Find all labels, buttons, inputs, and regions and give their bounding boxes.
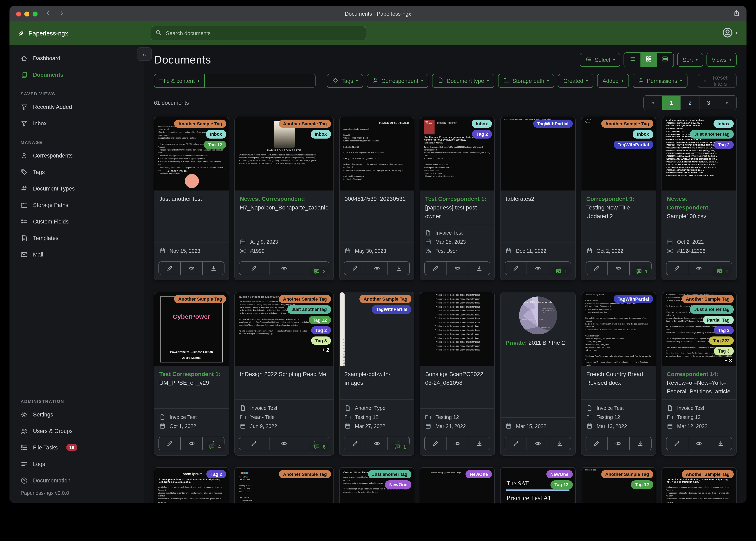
sidebar-item-mail[interactable]: Mail: [9, 246, 144, 263]
sidebar-item-storage-paths[interactable]: Storage Paths: [9, 197, 144, 213]
edit-button[interactable]: [666, 437, 688, 450]
document-title[interactable]: Test Correspondent 1: UM_PPBE_en_v29: [154, 366, 229, 408]
global-search[interactable]: [151, 26, 366, 40]
sidebar-item-recently-added[interactable]: Recently Added: [9, 99, 144, 115]
tag-pill-just-another-tag[interactable]: Just another tag: [287, 305, 331, 314]
tag-pill-tag-222[interactable]: Tag 222: [709, 336, 734, 345]
pagination-last[interactable]: »: [718, 96, 736, 110]
preview-button[interactable]: [269, 262, 299, 275]
tag-pill-just-another-tag[interactable]: Just another tag: [690, 305, 734, 314]
edit-button[interactable]: [505, 437, 527, 450]
filter-created-button[interactable]: Created▾: [558, 74, 593, 88]
document-title[interactable]: 2sample-pdf-with-images: [340, 366, 414, 399]
tag-pill-just-another-tag[interactable]: Just another tag: [690, 130, 734, 139]
document-title[interactable]: InDesign 2022 Scripting Read Me: [235, 366, 333, 399]
edit-button[interactable]: [344, 262, 366, 275]
comment-count-badge[interactable]: 1: [712, 267, 733, 277]
document-thumbnail[interactable]: Patient BP Distribution 2011Normal, 150,…: [519, 296, 557, 334]
document-title[interactable]: Newest Correspondent: Sample100.csv: [662, 191, 736, 233]
download-button[interactable]: [203, 262, 224, 275]
document-title[interactable]: 0004814539_20230531: [340, 191, 414, 242]
sidebar-item-templates[interactable]: Templates: [9, 230, 144, 246]
tag-pill-tagwithpartial[interactable]: TagWithPartial: [533, 120, 573, 128]
tag-pill-tag-2[interactable]: Tag 2: [714, 326, 734, 334]
edit-button[interactable]: [239, 262, 269, 275]
tag-pill-tag-2[interactable]: Tag 2: [714, 140, 734, 149]
tag-pill-tag-2[interactable]: Tag 2: [311, 326, 331, 334]
tag-pill-tag-3[interactable]: Tag 3: [311, 336, 331, 345]
tag-pill-tag-2[interactable]: Tag 2: [207, 470, 226, 478]
tag-pill-another-sample-tag[interactable]: Another Sample Tag: [682, 295, 734, 303]
filter-storage-path-button[interactable]: Storage path▾: [498, 74, 554, 88]
views-button[interactable]: Views▾: [706, 53, 737, 67]
document-thumbnail[interactable]: This is a test for the double space char…: [420, 292, 494, 366]
tag-pill-another-sample-tag[interactable]: Another Sample Tag: [279, 470, 331, 478]
download-button[interactable]: [630, 437, 651, 450]
preview-button[interactable]: [527, 437, 549, 450]
document-title[interactable]: Just another test: [154, 191, 229, 242]
sidebar-item-correspondents[interactable]: Correspondents: [9, 147, 144, 164]
pagination-page-3[interactable]: 3: [699, 96, 718, 110]
filter-tags-button[interactable]: Tags▾: [327, 74, 363, 88]
tag-pill-inbox[interactable]: Inbox: [713, 120, 734, 128]
comment-count-badge[interactable]: 2: [309, 267, 330, 277]
edit-button[interactable]: [505, 262, 527, 275]
document-title[interactable]: Test Correspondent 1: [paperless] test p…: [420, 191, 494, 224]
document-title[interactable]: Correspondent 14: Review–of–New–York–Fed…: [662, 366, 736, 399]
tag-pill-tagwithpartial[interactable]: TagWithPartial: [372, 305, 411, 314]
filter-document-type-button[interactable]: Document type▾: [432, 74, 494, 88]
edit-button[interactable]: [585, 437, 608, 450]
preview-button[interactable]: [366, 262, 388, 275]
traffic-lights[interactable]: [16, 11, 38, 16]
sidebar-item-documents[interactable]: Documents: [9, 66, 144, 83]
sidebar-item-document-types[interactable]: Document Types: [9, 180, 144, 197]
tag-pill-another-sample-tag[interactable]: Another Sample Tag: [682, 470, 734, 478]
comment-count-badge[interactable]: 1: [390, 442, 411, 452]
list-view-button[interactable]: [624, 53, 641, 67]
back-icon[interactable]: [45, 10, 52, 18]
tag-pill-another-sample-tag[interactable]: Another Sample Tag: [601, 470, 653, 478]
tag-pill-inbox[interactable]: Inbox: [472, 120, 492, 128]
tag-pill-tag-12[interactable]: Tag 12: [631, 481, 653, 489]
comment-count-badge[interactable]: 4: [204, 442, 225, 452]
edit-button[interactable]: [158, 262, 181, 275]
tag-pill-tagwithpartial[interactable]: TagWithPartial: [613, 295, 653, 303]
sidebar-item-custom-fields[interactable]: Custom Fields: [9, 213, 144, 230]
tag-pill-tag-12[interactable]: Tag 12: [309, 316, 331, 324]
pagination-first[interactable]: «: [644, 96, 662, 110]
tag-pill-newone[interactable]: NewOne: [466, 470, 492, 478]
document-title[interactable]: French Country Bread Revised.docx: [581, 366, 656, 399]
tag-pill-newone[interactable]: NewOne: [385, 481, 411, 489]
document-thumbnail[interactable]: French Country Bread For the Leaven 1 he…: [581, 292, 656, 366]
tag-pill-just-another-tag[interactable]: Just another tag: [368, 470, 411, 478]
search-input[interactable]: [165, 30, 361, 37]
document-title[interactable]: Sonstige ScanPC2022 03-24_081058: [420, 366, 494, 408]
document-title[interactable]: Correspondent 9: Testing New Title Updat…: [581, 191, 656, 242]
sidebar-item-logs[interactable]: Logs: [9, 456, 144, 472]
document-title[interactable]: tablerates2: [501, 191, 575, 242]
preview-button[interactable]: [366, 437, 388, 450]
tag-pill-another-sample-tag[interactable]: Another Sample Tag: [279, 295, 331, 303]
edit-button[interactable]: [585, 262, 608, 275]
sort-button[interactable]: Sort▾: [677, 53, 703, 67]
filter-title-content-button[interactable]: Title & content▾: [154, 74, 205, 88]
preview-button[interactable]: [608, 437, 630, 450]
document-title[interactable]: Newest Correspondent: H7_Napoleon_Bonapa…: [235, 191, 333, 233]
preview-button[interactable]: [527, 262, 549, 275]
reset-filters-button[interactable]: ×Reset filters: [698, 74, 737, 88]
download-button[interactable]: [388, 262, 410, 275]
app-brand[interactable]: Paperless-ngx: [9, 30, 151, 37]
tag-pill-inbox[interactable]: Inbox: [206, 130, 226, 139]
pagination-page-1[interactable]: 1: [662, 96, 681, 110]
tag-pill-tagwithpartial[interactable]: TagWithPartial: [613, 140, 653, 149]
sidebar-item-settings[interactable]: Settings: [9, 406, 144, 423]
document-thumbnail[interactable]: Country,Region/State,"Table rates, shipp…: [501, 117, 575, 191]
filter-added-button[interactable]: Added▾: [597, 74, 629, 88]
sidebar-item-users-groups[interactable]: Users & Groups: [9, 423, 144, 439]
pagination-page-2[interactable]: 2: [681, 96, 699, 110]
card-view-button[interactable]: [657, 53, 674, 67]
zoom-window-button[interactable]: [33, 11, 38, 16]
edit-button[interactable]: [666, 262, 688, 275]
tag-pill-another-sample-tag[interactable]: Another Sample Tag: [359, 295, 411, 303]
edit-button[interactable]: [344, 437, 366, 450]
